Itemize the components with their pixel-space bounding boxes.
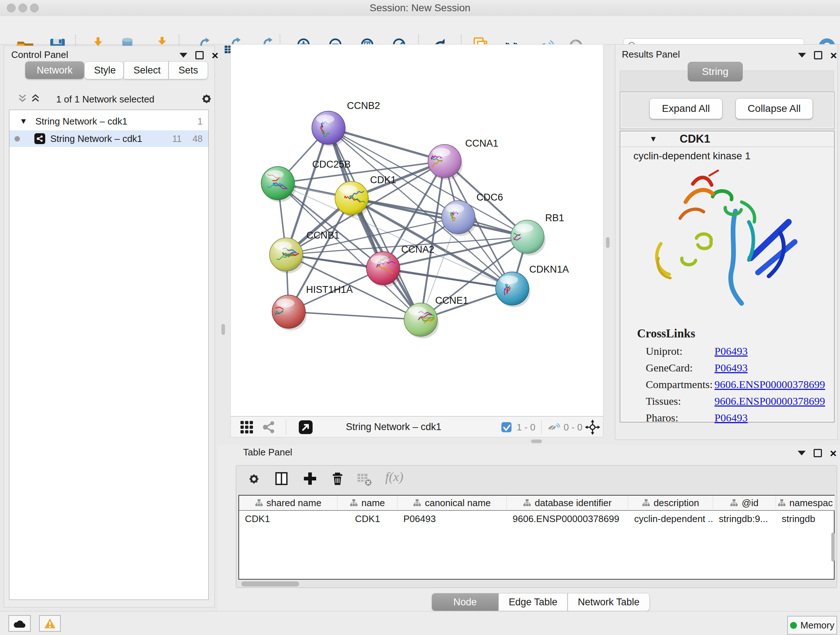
tab-network-table[interactable]: Network Table [568,593,650,611]
network-collection-row[interactable]: ▼ String Network – cdk1 1 [9,113,208,130]
toolbar-separator [541,420,542,435]
crosslink-row: Compartments: 9606.ENSP00000378699 [646,378,827,395]
toolbar-separator [286,420,286,435]
results-panel-title: Results Panel [622,49,680,60]
network-edge-count: 48 [193,134,202,144]
table-cell[interactable]: 9606.ENSP00000378699 [507,511,628,526]
crosslink-label: GeneCard: [646,362,693,374]
crosslinks-title: CrossLinks [637,327,695,340]
network-canvas[interactable]: CCNB2CCNA1CDC25BCDK1CDC6RB1CCNB1CCNA2CDK… [231,44,603,416]
column-header[interactable]: shared name [267,497,322,509]
status-bar: Memory [0,611,840,635]
warning-icon [44,618,56,629]
table-cell[interactable]: CDK1 [338,511,398,526]
table-settings-gear-icon[interactable] [246,471,262,486]
delete-table-icon [356,471,372,487]
horizontal-splitter-grip[interactable] [531,440,542,443]
node-label: CDKN1A [529,264,569,275]
node-label: CDC25B [312,159,351,170]
protein-card-header[interactable]: ▼ CDK1 [621,131,834,147]
crosslink-link[interactable]: P06493 [714,345,748,357]
column-header[interactable]: description [654,497,699,509]
network-row[interactable]: String Network – cdk1 11 48 [9,130,208,147]
add-column-icon[interactable] [302,470,318,486]
tab-style[interactable]: Style [84,61,124,79]
node-label: CCNE1 [435,295,469,306]
collection-expand-arrow-icon[interactable]: ▼ [19,117,27,126]
tab-string[interactable]: String [688,62,743,81]
column-header[interactable]: namespac [789,497,833,509]
crosslink-label: Tissues: [646,395,681,407]
node-label: CCNA2 [401,244,434,255]
tab-edge-table[interactable]: Edge Table [499,593,568,611]
crosslink-link[interactable]: 9606.ENSP00000378699 [714,378,825,391]
show-columns-icon[interactable] [274,470,290,486]
column-header[interactable]: canonical name [425,497,491,509]
float-panel-icon[interactable] [813,449,822,457]
crosslink-row: GeneCard: P06493 [646,362,827,378]
tab-network[interactable]: Network [25,61,84,79]
right-splitter-grip[interactable] [606,237,609,248]
birds-eye-view-icon[interactable] [298,420,313,435]
column-header[interactable]: @id [742,497,759,509]
cloud-button[interactable] [8,615,31,632]
horizontal-scrollbar-thumb[interactable] [241,581,299,586]
function-builder-icon: f(x) [385,469,403,485]
float-panel-icon[interactable] [195,51,204,59]
crosslink-link[interactable]: P06493 [714,362,748,374]
network-svg: CCNB2CCNA1CDC25BCDK1CDC6RB1CCNB1CCNA2CDK… [231,44,604,417]
node-label: CCNA1 [465,138,499,149]
close-panel-icon[interactable]: × [212,52,218,59]
selected-checkbox-icon[interactable] [501,421,512,433]
vertical-scrollbar-thumb[interactable] [831,532,835,562]
fit-selection-crosshair-icon[interactable] [584,419,600,435]
column-header[interactable]: database identifier [535,497,611,509]
warnings-button[interactable] [39,615,61,632]
crosslink-label: Compartments: [646,378,713,390]
hidden-count: 0 - 0 [564,422,583,433]
control-panel: Control Panel × Network Style Select Set… [4,46,215,608]
memory-button[interactable]: Memory [787,616,837,635]
network-options-gear-icon[interactable] [199,92,214,106]
column-tree-icon [642,499,650,507]
table-cell[interactable]: cyclin-dependent ... [628,511,713,526]
crosslinks-list: Uniprot: P06493 GeneCard: P06493 Compart… [646,345,827,428]
column-tree-icon [350,499,358,507]
node-label: CCNB2 [347,100,380,111]
column-header[interactable]: name [362,497,385,509]
current-network-bullet-icon [14,136,20,141]
table-cell[interactable]: P06493 [398,511,507,526]
table-cell[interactable]: stringdb [776,511,835,526]
collapse-panel-icon[interactable] [180,53,187,57]
grid-view-icon[interactable] [240,420,254,434]
tab-select[interactable]: Select [124,61,169,79]
close-panel-icon[interactable]: × [830,450,837,457]
close-panel-icon[interactable]: × [830,52,837,59]
collapse-panel-icon[interactable] [798,53,806,57]
protein-expand-arrow-icon[interactable]: ▼ [649,134,657,144]
left-splitter-grip[interactable] [221,324,225,335]
node-label: CDK1 [370,174,396,185]
table-cell[interactable]: stringdb:9... [713,511,776,526]
network-node-count: 11 [172,134,182,144]
string-view-icon[interactable] [262,420,276,434]
float-panel-icon[interactable] [814,51,822,59]
tab-sets[interactable]: Sets [169,61,208,79]
crosslink-row: Uniprot: P06493 [646,345,827,362]
control-panel-title: Control Panel [11,49,68,60]
expand-all-button[interactable]: Expand All [649,98,722,119]
crosslink-link[interactable]: 9606.ENSP00000378699 [714,395,825,407]
tab-node-table[interactable]: Node Table [431,593,499,611]
delete-column-icon[interactable] [330,470,346,486]
collapse-panel-icon[interactable] [798,451,806,455]
control-panel-tabs: Network Style Select Sets [25,61,208,79]
results-panel: Results Panel × String Expand All Collap… [615,44,838,440]
node-table: shared name name canonical name database… [238,495,835,580]
collection-label: String Network – cdk1 [35,116,127,127]
memory-label: Memory [801,620,835,631]
crosslink-link[interactable]: P06493 [714,412,748,424]
collection-count: 1 [197,116,202,127]
collapse-all-button[interactable]: Collapse All [736,98,813,119]
network-selection-status: 1 of 1 Network selected [4,94,207,105]
table-cell[interactable]: CDK1 [239,511,338,526]
